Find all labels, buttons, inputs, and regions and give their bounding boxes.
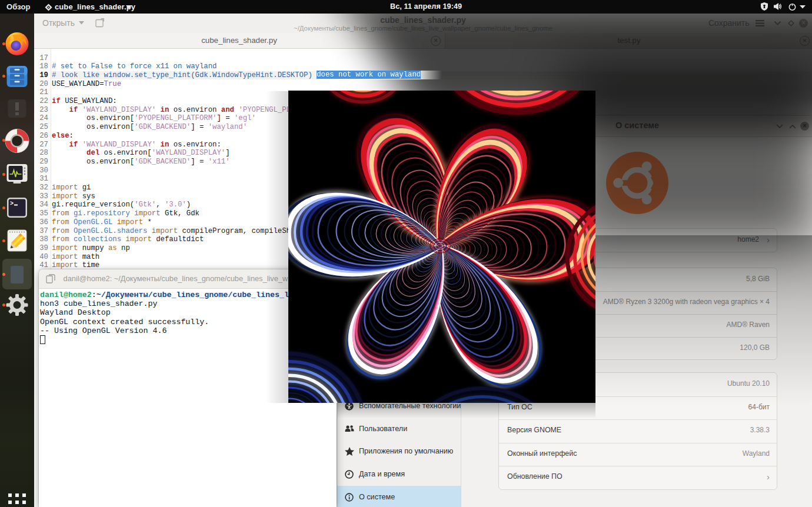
svg-text:>: > <box>10 201 14 207</box>
